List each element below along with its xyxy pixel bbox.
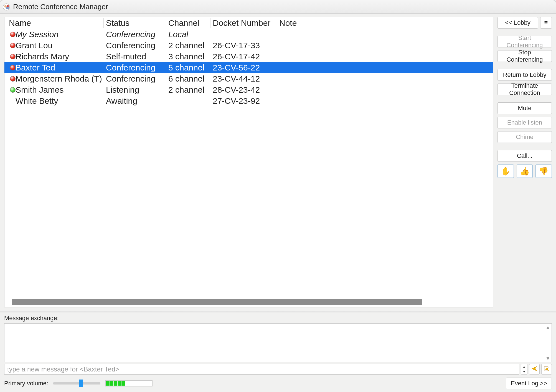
send-all-icon — [544, 366, 550, 373]
enable-listen-button[interactable]: Enable listen — [497, 117, 552, 128]
participant-channel: 2 channel — [166, 85, 210, 95]
send-button[interactable] — [529, 364, 540, 375]
participant-docket: 27-CV-23-92 — [210, 96, 277, 106]
participant-status: Conferencing — [104, 30, 166, 39]
meter-segment — [106, 381, 110, 386]
thumbs-down-icon: 👎 — [539, 167, 549, 176]
participant-name: Morgenstern Rhoda (T) — [16, 74, 102, 84]
thumbs-up-icon: 👍 — [520, 167, 530, 176]
col-header-name[interactable]: Name — [7, 18, 104, 28]
svg-point-1 — [4, 5, 7, 7]
scroll-down-icon[interactable]: ▼ — [545, 355, 551, 361]
col-header-docket[interactable]: Docket Number — [210, 18, 277, 28]
participant-channel: 2 channel — [166, 41, 210, 50]
status-dot-icon — [10, 87, 16, 93]
return-to-lobby-button[interactable]: Return to Lobby — [497, 69, 552, 81]
participant-status: Conferencing — [104, 74, 166, 84]
compose-spinner[interactable]: ▲ ▼ — [521, 364, 527, 375]
participant-docket: 26-CV-17-33 — [210, 41, 277, 50]
message-exchange-box[interactable]: ▲ ▼ — [4, 323, 552, 362]
message-exchange-label: Message exchange: — [4, 315, 552, 322]
volume-meter — [105, 380, 153, 386]
participant-status: Conferencing — [104, 63, 166, 72]
primary-volume-label: Primary volume: — [4, 380, 48, 387]
participant-name: Baxter Ted — [16, 63, 55, 72]
meter-segment — [144, 381, 148, 386]
lobby-button[interactable]: << Lobby — [497, 17, 538, 29]
meter-segment — [137, 381, 140, 386]
col-header-note[interactable]: Note — [277, 18, 493, 28]
slider-knob[interactable] — [79, 380, 83, 387]
participant-name: My Session — [16, 30, 59, 39]
menu-button[interactable]: ≡ — [540, 17, 552, 29]
participant-status: Conferencing — [104, 41, 166, 50]
participant-name: Grant Lou — [16, 41, 52, 50]
menu-icon: ≡ — [544, 19, 548, 26]
meter-segment — [141, 381, 144, 386]
horizontal-scrollbar[interactable] — [12, 299, 488, 305]
event-log-button[interactable]: Event Log >> — [506, 378, 552, 389]
status-dot-icon — [10, 43, 16, 48]
send-icon — [531, 366, 537, 373]
status-dot-icon — [10, 32, 16, 37]
participant-row[interactable]: Morgenstern Rhoda (T)Conferencing6 chann… — [4, 73, 493, 84]
primary-volume-slider[interactable] — [53, 382, 100, 385]
main-pane: Name Status Channel Docket Number Note M… — [0, 13, 556, 311]
participant-docket: 23-CV-44-12 — [210, 74, 277, 84]
participant-name: White Betty — [16, 96, 58, 106]
spinner-up-icon[interactable]: ▲ — [521, 364, 527, 369]
participant-channel: 5 channel — [166, 63, 210, 72]
compose-input[interactable] — [4, 364, 519, 375]
participant-channel: 6 channel — [166, 74, 210, 84]
start-conferencing-button[interactable]: Start Conferencing — [497, 36, 552, 47]
thumbs-up-button[interactable]: 👍 — [517, 165, 533, 178]
participant-row[interactable]: Smith JamesListening2 channel28-CV-23-42 — [4, 84, 493, 95]
status-dot-icon — [10, 54, 16, 59]
participant-row[interactable]: Baxter TedConferencing5 channel23-CV-56-… — [4, 62, 493, 73]
spinner-down-icon[interactable]: ▼ — [521, 369, 527, 374]
svg-point-3 — [7, 5, 9, 7]
participant-status: Self-muted — [104, 52, 166, 61]
stop-conferencing-button[interactable]: Stop Conferencing — [497, 50, 552, 62]
thumbs-down-button[interactable]: 👎 — [535, 165, 552, 178]
call-button[interactable]: Call... — [497, 150, 552, 162]
participant-docket: 26-CV-17-42 — [210, 52, 277, 61]
participant-channel: 3 channel — [166, 52, 210, 61]
participant-row[interactable]: My SessionConferencingLocal — [4, 29, 493, 40]
col-header-channel[interactable]: Channel — [166, 18, 210, 28]
participant-docket: 28-CV-23-42 — [210, 85, 277, 95]
participant-status: Awaiting — [104, 96, 166, 106]
participant-list[interactable]: Name Status Channel Docket Number Note M… — [4, 17, 493, 307]
status-dot-icon — [10, 76, 16, 82]
meter-segment — [133, 381, 136, 386]
meter-segment — [129, 381, 133, 386]
svg-rect-2 — [6, 7, 9, 9]
participant-row[interactable]: White BettyAwaiting27-CV-23-92 — [4, 95, 493, 107]
title-bar: Remote Conference Manager — [0, 0, 556, 13]
app-icon — [2, 3, 10, 11]
participant-docket: 23-CV-56-22 — [210, 63, 277, 72]
raise-hand-button[interactable]: ✋ — [497, 165, 514, 178]
send-all-button[interactable] — [541, 364, 552, 375]
list-header: Name Status Channel Docket Number Note — [4, 17, 493, 29]
col-header-status[interactable]: Status — [104, 18, 166, 28]
mute-button[interactable]: Mute — [497, 102, 552, 114]
status-dot-icon — [10, 65, 16, 70]
scrollbar-thumb[interactable] — [12, 299, 422, 305]
meter-segment — [118, 381, 121, 386]
participant-row[interactable]: Grant LouConferencing2 channel26-CV-17-3… — [4, 40, 493, 51]
meter-segment — [110, 381, 113, 386]
meter-segment — [114, 381, 117, 386]
side-panel: << Lobby ≡ Start Conferencing Stop Confe… — [497, 17, 552, 307]
bottom-pane: Message exchange: ▲ ▼ ▲ ▼ Primary volume… — [0, 312, 556, 392]
scroll-up-icon[interactable]: ▲ — [545, 324, 551, 330]
participant-row[interactable]: Richards MarySelf-muted3 channel26-CV-17… — [4, 51, 493, 62]
chime-button[interactable]: Chime — [497, 131, 552, 143]
meter-segment — [148, 381, 152, 386]
meter-segment — [121, 381, 125, 386]
participant-name: Richards Mary — [16, 52, 69, 61]
list-body: My SessionConferencingLocalGrant LouConf… — [4, 29, 493, 299]
participant-name: Smith James — [16, 85, 64, 95]
meter-segment — [125, 381, 129, 386]
terminate-connection-button[interactable]: Terminate Connection — [497, 84, 552, 95]
